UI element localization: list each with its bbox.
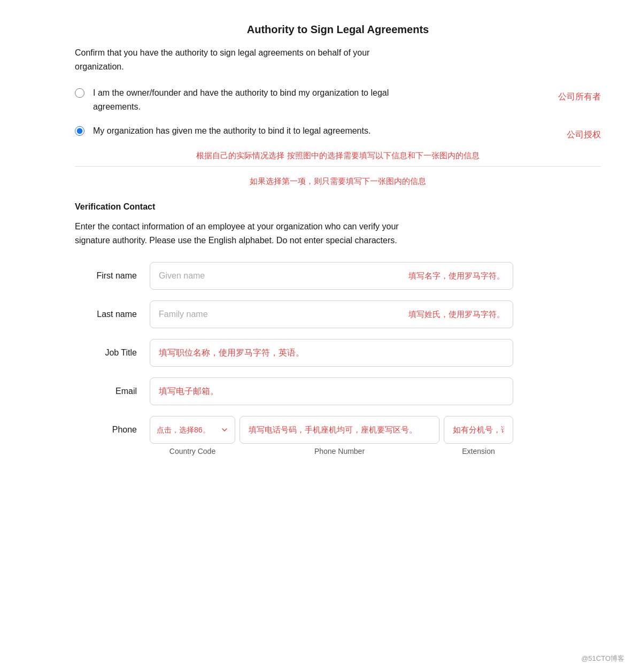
divider — [75, 166, 601, 167]
annotation-block: 根据自己的实际情况选择 按照图中的选择需要填写以下信息和下一张图内的信息 如果选… — [75, 149, 601, 188]
annotation-auth: 公司授权 — [567, 128, 601, 141]
first-name-input[interactable] — [150, 262, 513, 290]
radio-authorized[interactable] — [75, 126, 84, 136]
job-title-input[interactable] — [150, 339, 513, 367]
verification-title: Verification Contact — [75, 200, 601, 213]
last-name-input[interactable] — [150, 300, 513, 328]
page-title: Authority to Sign Legal Agreements — [75, 21, 601, 37]
phone-country-select[interactable]: 点击，选择86。 — [150, 416, 235, 444]
section-description: Confirm that you have the authority to s… — [75, 46, 406, 73]
radio-authorized-label: My organization has given me the authori… — [93, 124, 370, 138]
content-area: Authority to Sign Legal Agreements Confi… — [32, 21, 601, 457]
phone-ext-wrap — [444, 416, 513, 444]
phone-labels: Country Code Phone Number Extension — [150, 446, 513, 457]
first-name-row: First name 填写名字，使用罗马字符。 — [75, 262, 601, 290]
phone-number-label: Phone Number — [240, 446, 439, 457]
radio-option-owner[interactable]: I am the owner/founder and have the auth… — [75, 86, 601, 113]
email-label: Email — [75, 385, 150, 398]
first-name-input-wrap: 填写名字，使用罗马字符。 — [150, 262, 513, 290]
first-name-label: First name — [75, 269, 150, 282]
phone-number-wrap — [240, 416, 439, 444]
radio-owner[interactable] — [75, 88, 84, 98]
page-container: Authority to Sign Legal Agreements Confi… — [0, 0, 633, 478]
phone-ext-input[interactable] — [444, 416, 513, 444]
sub-annotation: 如果选择第一项，则只需要填写下一张图内的信息 — [75, 175, 601, 188]
phone-label: Phone — [75, 423, 150, 436]
email-input[interactable] — [150, 377, 513, 405]
phone-row: Phone 点击，选择86。 — [75, 416, 601, 444]
radio-option-authorized[interactable]: My organization has given me the authori… — [75, 124, 601, 138]
verification-section: Verification Contact Enter the contact i… — [75, 200, 601, 457]
extension-label: Extension — [444, 446, 513, 457]
annotation-owner: 公司所有者 — [558, 90, 601, 103]
last-name-row: Last name 填写姓氏，使用罗马字符。 — [75, 300, 601, 328]
last-name-label: Last name — [75, 308, 150, 321]
chevron-down-icon — [221, 426, 228, 434]
last-name-input-wrap: 填写姓氏，使用罗马字符。 — [150, 300, 513, 328]
verification-description: Enter the contact information of an empl… — [75, 220, 406, 247]
phone-number-input[interactable] — [240, 416, 439, 444]
email-row: Email — [75, 377, 601, 405]
radio-options-wrap: I am the owner/founder and have the auth… — [75, 86, 601, 138]
job-title-row: Job Title — [75, 339, 601, 367]
job-title-label: Job Title — [75, 346, 150, 359]
radio-owner-label: I am the owner/founder and have the auth… — [93, 86, 403, 113]
country-code-label: Country Code — [150, 446, 235, 457]
main-annotation: 根据自己的实际情况选择 按照图中的选择需要填写以下信息和下一张图内的信息 — [75, 149, 601, 163]
phone-country-text: 点击，选择86。 — [157, 424, 210, 436]
phone-inputs: 点击，选择86。 — [150, 416, 513, 444]
